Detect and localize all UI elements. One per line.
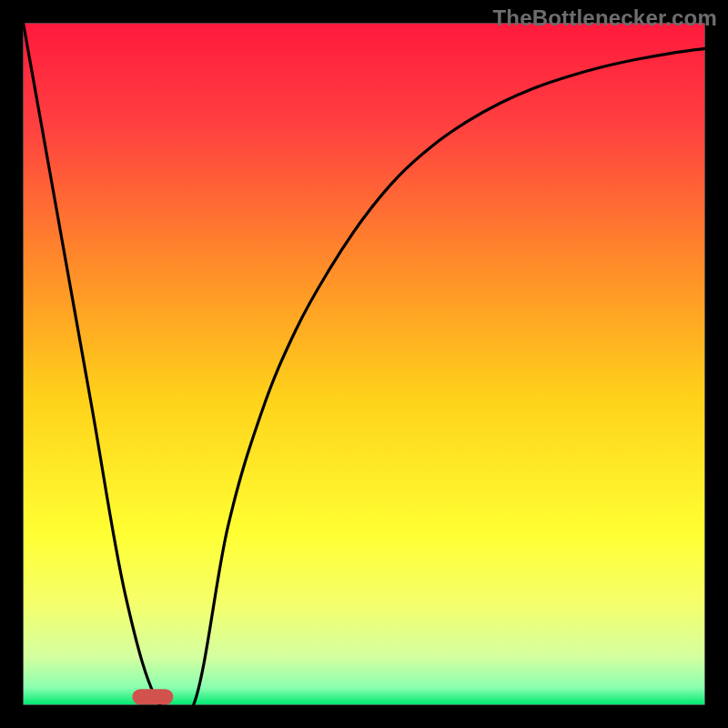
sweet-spot-marker [132, 689, 173, 704]
chart-plot-area [0, 0, 728, 728]
bottleneck-chart: TheBottlenecker.com [0, 0, 728, 728]
gradient-background [24, 24, 705, 705]
